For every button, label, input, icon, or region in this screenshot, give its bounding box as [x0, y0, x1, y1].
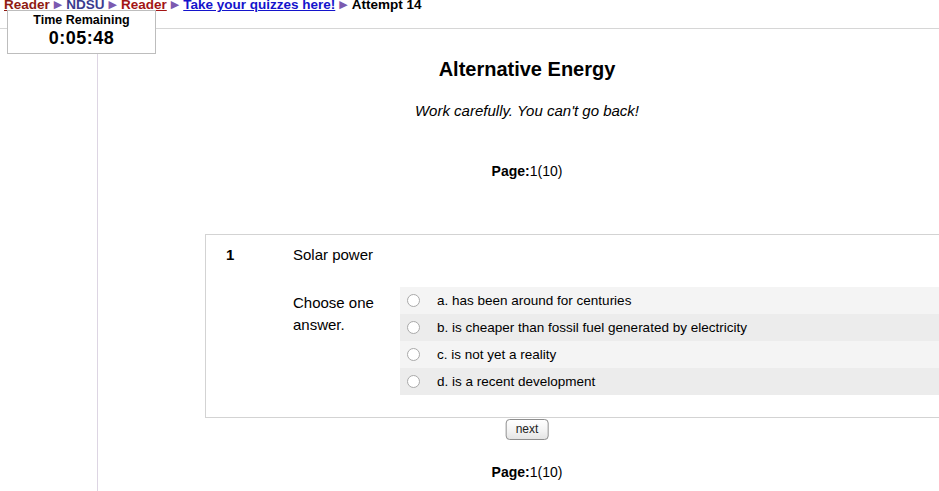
timer-value: 0:05:48: [8, 28, 155, 49]
page-indicator-top: Page:1(10): [97, 163, 939, 179]
page-value: 1(10): [530, 464, 563, 480]
question-text: Solar power: [293, 246, 373, 263]
answer-option-b[interactable]: b. is cheaper than fossil fuel generated…: [400, 314, 939, 341]
page-indicator-bottom: Page:1(10): [97, 464, 939, 480]
page-label: Page:: [492, 464, 530, 480]
answer-option-label: b. is cheaper than fossil fuel generated…: [437, 320, 747, 335]
page-label: Page:: [492, 163, 530, 179]
quiz-timer: Time Remaining 0:05:48: [7, 10, 156, 54]
timer-label: Time Remaining: [8, 13, 155, 27]
radio-button-icon[interactable]: [407, 375, 420, 388]
answer-option-label: d. is a recent development: [437, 374, 595, 389]
breadcrumb-separator-icon: ▶: [339, 0, 347, 10]
breadcrumb-link-quizzes[interactable]: Take your quizzes here!: [183, 0, 335, 12]
quiz-content: Alternative Energy Work carefully. You c…: [97, 29, 939, 491]
page-title: Alternative Energy: [97, 58, 939, 81]
breadcrumb-separator-icon: ▶: [109, 0, 117, 10]
radio-button-icon[interactable]: [407, 321, 420, 334]
answer-option-a[interactable]: a. has been around for centuries: [400, 287, 939, 314]
breadcrumb-separator-icon: ▶: [171, 0, 179, 10]
question-prompt: Choose one answer.: [293, 292, 393, 336]
quiz-instructions: Work carefully. You can't go back!: [97, 102, 939, 119]
breadcrumb-separator-icon: ▶: [54, 0, 62, 10]
answer-option-d[interactable]: d. is a recent development: [400, 368, 939, 395]
question-box: 1 Solar power Choose one answer. a. has …: [205, 234, 939, 418]
answer-options: a. has been around for centuries b. is c…: [400, 287, 939, 395]
page-value: 1(10): [530, 163, 563, 179]
radio-button-icon[interactable]: [407, 294, 420, 307]
answer-option-label: a. has been around for centuries: [437, 293, 631, 308]
breadcrumb-current-attempt: Attempt 14: [352, 0, 422, 12]
answer-option-label: c. is not yet a reality: [437, 347, 556, 362]
question-number: 1: [226, 246, 234, 263]
next-button[interactable]: next: [506, 419, 549, 440]
answer-option-c[interactable]: c. is not yet a reality: [400, 341, 939, 368]
radio-button-icon[interactable]: [407, 348, 420, 361]
